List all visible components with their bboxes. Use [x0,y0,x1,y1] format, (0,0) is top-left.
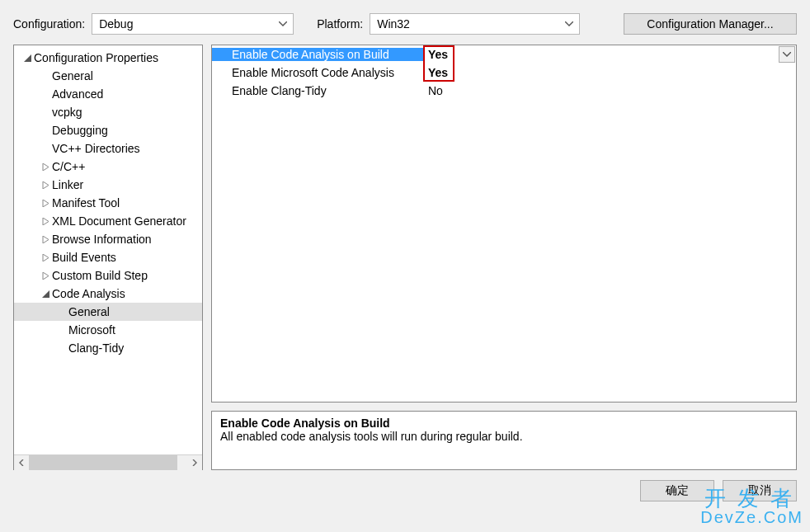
tree-item-label: Manifest Tool [52,196,120,210]
configuration-manager-button[interactable]: Configuration Manager... [624,13,797,35]
main-area: Configuration Properties GeneralAdvanced… [0,41,810,470]
chevron-down-icon [276,17,290,31]
description-panel: Enable Code Analysis on Build All enable… [211,411,797,470]
tree-item[interactable]: General [14,303,202,321]
scroll-left-button[interactable] [14,455,29,470]
tree-item-label: Linker [52,178,83,191]
tree-item-label: General [52,69,93,82]
tree-panel: Configuration Properties GeneralAdvanced… [13,45,203,470]
tree-item[interactable]: Clang-Tidy [14,339,202,357]
tree-item-label: Build Events [52,251,116,264]
expander-closed-icon[interactable] [40,200,50,207]
tree-item-label: Custom Build Step [52,269,148,282]
platform-dropdown[interactable]: Win32 [370,13,580,35]
expander-closed-icon[interactable] [40,272,50,280]
tree-scroll[interactable]: Configuration Properties GeneralAdvanced… [14,45,202,454]
value-dropdown-button[interactable] [779,46,795,63]
chevron-down-icon [563,17,576,31]
property-row[interactable]: Enable Clang-TidyNo [212,82,796,100]
tree-item[interactable]: Advanced [14,85,202,103]
tree-item[interactable]: Manifest Tool [14,194,202,212]
tree-item[interactable]: Microsoft [14,321,202,339]
tree-item-label: VC++ Directories [52,142,140,155]
tree-item[interactable]: Debugging [14,121,202,139]
platform-label: Platform: [317,17,363,31]
scroll-right-button[interactable] [187,455,202,470]
tree-item-label: Browse Information [52,233,152,246]
tree-item-label: C/C++ [52,160,85,173]
configuration-dropdown[interactable]: Debug [92,13,294,35]
property-value[interactable]: Yes [425,66,796,79]
tree-item-label: Advanced [52,87,103,101]
expander-open-icon[interactable] [40,290,50,298]
property-row[interactable]: Enable Microsoft Code AnalysisYes [212,64,796,82]
description-title: Enable Code Analysis on Build [220,417,788,430]
tree-item-label: Clang-Tidy [68,341,124,355]
property-grid: Enable Code Analysis on BuildYesEnable M… [211,45,797,403]
tree-item-label: Code Analysis [52,287,125,300]
tree-item[interactable]: XML Document Generator [14,212,202,230]
tree-item-label: vcpkg [52,106,82,119]
property-row[interactable]: Enable Code Analysis on BuildYes [212,45,796,64]
configuration-label: Configuration: [13,17,85,31]
ok-button[interactable]: 确定 [640,480,714,501]
property-name: Enable Microsoft Code Analysis [212,66,425,79]
scrollbar-thumb[interactable] [29,455,177,470]
top-toolbar: Configuration: Debug Platform: Win32 Con… [0,0,810,41]
property-name: Enable Clang-Tidy [212,84,425,97]
expander-closed-icon[interactable] [40,236,50,243]
tree-item[interactable]: Code Analysis [14,285,202,303]
expander-closed-icon[interactable] [40,181,50,189]
tree-item[interactable]: C/C++ [14,158,202,176]
tree-item[interactable]: Custom Build Step [14,266,202,285]
property-value[interactable]: Yes [425,48,779,61]
tree-item-label: Microsoft [68,323,115,337]
tree-item[interactable]: VC++ Directories [14,139,202,158]
expander-open-icon[interactable] [22,54,32,62]
scrollbar-track[interactable] [29,455,187,470]
cancel-button[interactable]: 取消 [723,480,797,501]
tree-item[interactable]: vcpkg [14,103,202,121]
property-name: Enable Code Analysis on Build [212,48,425,61]
tree-item-label: General [68,305,110,318]
tree-item-label: Debugging [52,124,108,137]
tree-item-label: XML Document Generator [52,214,186,228]
property-value[interactable]: No [425,84,796,97]
tree-item[interactable]: Linker [14,176,202,194]
tree-item[interactable]: General [14,67,202,85]
platform-value: Win32 [377,17,410,31]
tree-item[interactable]: Browse Information [14,230,202,248]
expander-closed-icon[interactable] [40,218,50,225]
tree-root[interactable]: Configuration Properties [14,49,202,67]
expander-closed-icon[interactable] [40,163,50,171]
right-panel: Enable Code Analysis on BuildYesEnable M… [211,45,797,470]
description-body: All enabled code analysis tools will run… [220,430,788,443]
tree-item[interactable]: Build Events [14,248,202,266]
expander-closed-icon[interactable] [40,254,50,261]
configuration-value: Debug [99,17,133,31]
horizontal-scrollbar[interactable] [14,454,202,469]
watermark-line2: DevZe.CoM [700,509,803,525]
dialog-button-row: 确定 取消 [0,470,810,501]
